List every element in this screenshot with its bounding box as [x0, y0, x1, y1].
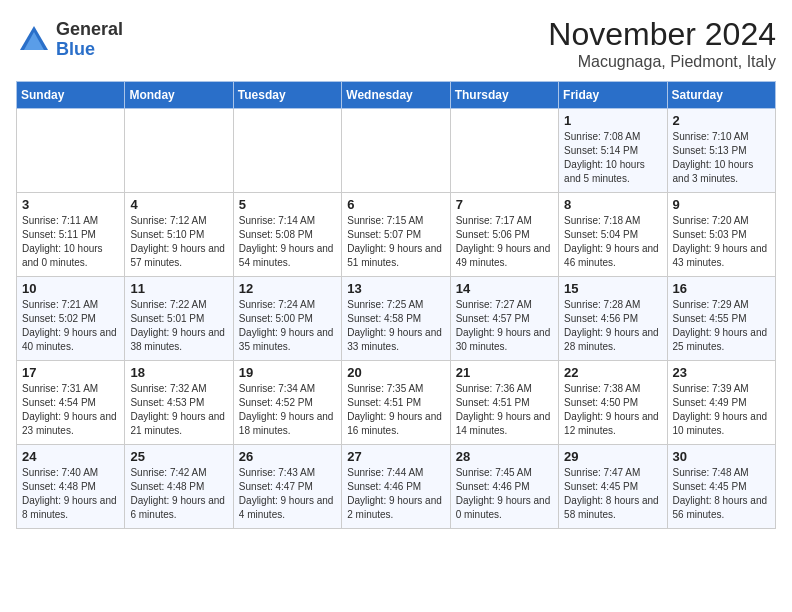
- day-number: 10: [22, 281, 119, 296]
- header-wednesday: Wednesday: [342, 82, 450, 109]
- title-block: November 2024 Macugnaga, Piedmont, Italy: [548, 16, 776, 71]
- day-info: Sunrise: 7:11 AM Sunset: 5:11 PM Dayligh…: [22, 214, 119, 270]
- day-number: 13: [347, 281, 444, 296]
- calendar-cell: [233, 109, 341, 193]
- day-number: 9: [673, 197, 770, 212]
- calendar-cell: 4Sunrise: 7:12 AM Sunset: 5:10 PM Daylig…: [125, 193, 233, 277]
- day-number: 6: [347, 197, 444, 212]
- calendar-cell: 24Sunrise: 7:40 AM Sunset: 4:48 PM Dayli…: [17, 445, 125, 529]
- day-info: Sunrise: 7:20 AM Sunset: 5:03 PM Dayligh…: [673, 214, 770, 270]
- day-number: 20: [347, 365, 444, 380]
- day-info: Sunrise: 7:24 AM Sunset: 5:00 PM Dayligh…: [239, 298, 336, 354]
- day-info: Sunrise: 7:29 AM Sunset: 4:55 PM Dayligh…: [673, 298, 770, 354]
- calendar-cell: 26Sunrise: 7:43 AM Sunset: 4:47 PM Dayli…: [233, 445, 341, 529]
- day-info: Sunrise: 7:38 AM Sunset: 4:50 PM Dayligh…: [564, 382, 661, 438]
- calendar-cell: 21Sunrise: 7:36 AM Sunset: 4:51 PM Dayli…: [450, 361, 558, 445]
- day-number: 7: [456, 197, 553, 212]
- calendar-cell: 12Sunrise: 7:24 AM Sunset: 5:00 PM Dayli…: [233, 277, 341, 361]
- header-thursday: Thursday: [450, 82, 558, 109]
- day-number: 2: [673, 113, 770, 128]
- day-info: Sunrise: 7:25 AM Sunset: 4:58 PM Dayligh…: [347, 298, 444, 354]
- calendar-cell: 5Sunrise: 7:14 AM Sunset: 5:08 PM Daylig…: [233, 193, 341, 277]
- day-number: 27: [347, 449, 444, 464]
- day-number: 1: [564, 113, 661, 128]
- day-number: 3: [22, 197, 119, 212]
- calendar-cell: 30Sunrise: 7:48 AM Sunset: 4:45 PM Dayli…: [667, 445, 775, 529]
- day-info: Sunrise: 7:22 AM Sunset: 5:01 PM Dayligh…: [130, 298, 227, 354]
- page-header: General Blue November 2024 Macugnaga, Pi…: [16, 16, 776, 71]
- day-number: 29: [564, 449, 661, 464]
- calendar-cell: 18Sunrise: 7:32 AM Sunset: 4:53 PM Dayli…: [125, 361, 233, 445]
- calendar-cell: 29Sunrise: 7:47 AM Sunset: 4:45 PM Dayli…: [559, 445, 667, 529]
- calendar-week-4: 17Sunrise: 7:31 AM Sunset: 4:54 PM Dayli…: [17, 361, 776, 445]
- calendar-cell: 6Sunrise: 7:15 AM Sunset: 5:07 PM Daylig…: [342, 193, 450, 277]
- day-info: Sunrise: 7:39 AM Sunset: 4:49 PM Dayligh…: [673, 382, 770, 438]
- header-friday: Friday: [559, 82, 667, 109]
- header-monday: Monday: [125, 82, 233, 109]
- calendar-cell: 15Sunrise: 7:28 AM Sunset: 4:56 PM Dayli…: [559, 277, 667, 361]
- day-number: 15: [564, 281, 661, 296]
- day-info: Sunrise: 7:17 AM Sunset: 5:06 PM Dayligh…: [456, 214, 553, 270]
- calendar-cell: 7Sunrise: 7:17 AM Sunset: 5:06 PM Daylig…: [450, 193, 558, 277]
- day-info: Sunrise: 7:43 AM Sunset: 4:47 PM Dayligh…: [239, 466, 336, 522]
- calendar-cell: 25Sunrise: 7:42 AM Sunset: 4:48 PM Dayli…: [125, 445, 233, 529]
- logo: General Blue: [16, 20, 123, 60]
- calendar-week-3: 10Sunrise: 7:21 AM Sunset: 5:02 PM Dayli…: [17, 277, 776, 361]
- day-number: 22: [564, 365, 661, 380]
- calendar-body: 1Sunrise: 7:08 AM Sunset: 5:14 PM Daylig…: [17, 109, 776, 529]
- calendar-week-2: 3Sunrise: 7:11 AM Sunset: 5:11 PM Daylig…: [17, 193, 776, 277]
- header-sunday: Sunday: [17, 82, 125, 109]
- logo-text: General Blue: [56, 20, 123, 60]
- logo-general: General: [56, 20, 123, 40]
- calendar-cell: [450, 109, 558, 193]
- day-info: Sunrise: 7:12 AM Sunset: 5:10 PM Dayligh…: [130, 214, 227, 270]
- header-saturday: Saturday: [667, 82, 775, 109]
- day-info: Sunrise: 7:47 AM Sunset: 4:45 PM Dayligh…: [564, 466, 661, 522]
- day-number: 12: [239, 281, 336, 296]
- calendar-cell: 10Sunrise: 7:21 AM Sunset: 5:02 PM Dayli…: [17, 277, 125, 361]
- day-info: Sunrise: 7:45 AM Sunset: 4:46 PM Dayligh…: [456, 466, 553, 522]
- calendar-cell: [17, 109, 125, 193]
- logo-icon: [16, 22, 52, 58]
- day-number: 25: [130, 449, 227, 464]
- day-info: Sunrise: 7:48 AM Sunset: 4:45 PM Dayligh…: [673, 466, 770, 522]
- month-title: November 2024: [548, 16, 776, 53]
- day-info: Sunrise: 7:14 AM Sunset: 5:08 PM Dayligh…: [239, 214, 336, 270]
- day-info: Sunrise: 7:44 AM Sunset: 4:46 PM Dayligh…: [347, 466, 444, 522]
- calendar-week-1: 1Sunrise: 7:08 AM Sunset: 5:14 PM Daylig…: [17, 109, 776, 193]
- day-number: 17: [22, 365, 119, 380]
- day-info: Sunrise: 7:32 AM Sunset: 4:53 PM Dayligh…: [130, 382, 227, 438]
- calendar-cell: [342, 109, 450, 193]
- day-number: 5: [239, 197, 336, 212]
- calendar-cell: 23Sunrise: 7:39 AM Sunset: 4:49 PM Dayli…: [667, 361, 775, 445]
- day-number: 16: [673, 281, 770, 296]
- calendar-cell: 1Sunrise: 7:08 AM Sunset: 5:14 PM Daylig…: [559, 109, 667, 193]
- day-number: 24: [22, 449, 119, 464]
- calendar-cell: 13Sunrise: 7:25 AM Sunset: 4:58 PM Dayli…: [342, 277, 450, 361]
- day-info: Sunrise: 7:42 AM Sunset: 4:48 PM Dayligh…: [130, 466, 227, 522]
- day-number: 4: [130, 197, 227, 212]
- calendar-cell: 22Sunrise: 7:38 AM Sunset: 4:50 PM Dayli…: [559, 361, 667, 445]
- calendar-cell: [125, 109, 233, 193]
- day-number: 21: [456, 365, 553, 380]
- calendar-cell: 28Sunrise: 7:45 AM Sunset: 4:46 PM Dayli…: [450, 445, 558, 529]
- day-info: Sunrise: 7:40 AM Sunset: 4:48 PM Dayligh…: [22, 466, 119, 522]
- day-number: 28: [456, 449, 553, 464]
- day-number: 11: [130, 281, 227, 296]
- day-info: Sunrise: 7:08 AM Sunset: 5:14 PM Dayligh…: [564, 130, 661, 186]
- day-number: 14: [456, 281, 553, 296]
- header-row: Sunday Monday Tuesday Wednesday Thursday…: [17, 82, 776, 109]
- day-info: Sunrise: 7:34 AM Sunset: 4:52 PM Dayligh…: [239, 382, 336, 438]
- day-number: 8: [564, 197, 661, 212]
- calendar-week-5: 24Sunrise: 7:40 AM Sunset: 4:48 PM Dayli…: [17, 445, 776, 529]
- calendar-cell: 27Sunrise: 7:44 AM Sunset: 4:46 PM Dayli…: [342, 445, 450, 529]
- day-info: Sunrise: 7:10 AM Sunset: 5:13 PM Dayligh…: [673, 130, 770, 186]
- calendar-cell: 17Sunrise: 7:31 AM Sunset: 4:54 PM Dayli…: [17, 361, 125, 445]
- calendar-cell: 2Sunrise: 7:10 AM Sunset: 5:13 PM Daylig…: [667, 109, 775, 193]
- header-tuesday: Tuesday: [233, 82, 341, 109]
- calendar-cell: 9Sunrise: 7:20 AM Sunset: 5:03 PM Daylig…: [667, 193, 775, 277]
- day-info: Sunrise: 7:35 AM Sunset: 4:51 PM Dayligh…: [347, 382, 444, 438]
- day-number: 26: [239, 449, 336, 464]
- calendar-header: Sunday Monday Tuesday Wednesday Thursday…: [17, 82, 776, 109]
- calendar-cell: 8Sunrise: 7:18 AM Sunset: 5:04 PM Daylig…: [559, 193, 667, 277]
